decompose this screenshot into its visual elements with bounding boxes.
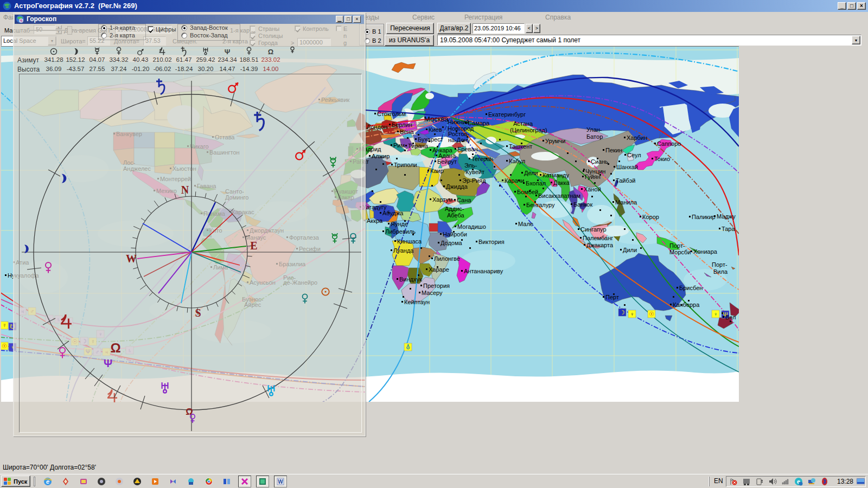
svg-text:Катманду: Катманду [542,172,569,178]
svg-text:Вел: Вел [725,314,736,320]
svg-text:Аккра: Аккра [367,217,383,224]
svg-text:☉: ☉ [2,343,7,349]
svg-text:N: N [181,184,189,196]
svg-text:Претория: Претория [423,282,450,289]
svg-text:Сана: Сана [457,197,471,203]
svg-text:Тайбэй: Тайбэй [616,177,635,184]
svg-text:Пекин: Пекин [605,147,622,153]
svg-text:W: W [278,479,283,485]
svg-text:Сиань: Сиань [591,158,608,165]
svg-text:Хартум: Хартум [432,196,452,203]
svg-text:Тегеран: Тегеран [471,156,493,162]
svg-text:Ереван: Ереван [457,146,478,152]
svg-text:Мале: Мале [518,221,533,227]
svg-text:Берлин: Берлин [392,121,412,128]
svg-text:Астана: Астана [513,120,533,127]
svg-text:Маджу: Маджу [717,213,736,220]
svg-text:Висакхапатнам: Висакхапатнам [538,192,580,199]
svg-text:на-Дону: на-Дону [448,137,471,143]
svg-text:Аддис-: Аддис- [445,206,464,212]
svg-text:Нижний: Нижний [448,119,469,125]
svg-text:Лондон: Лондон [367,124,387,130]
svg-text:Ω: Ω [186,407,193,417]
svg-text:Вена: Вена [400,129,414,135]
svg-text:Бхопал: Бхопал [526,180,546,187]
svg-text:W: W [126,253,137,265]
svg-text:Найроби: Найроби [443,231,467,237]
svg-text:⛢: ⛢ [406,344,410,350]
svg-text:♀: ♀ [630,311,634,317]
svg-text:Кабул: Кабул [509,158,525,164]
svg-text:S: S [195,307,201,319]
svg-text:Каир: Каир [430,168,444,174]
svg-text:Кувейт: Кувейт [465,169,484,175]
svg-text:Бейрут: Бейрут [437,158,457,165]
svg-text:Канберра: Канберра [673,301,700,308]
svg-text:Алжир: Алжир [372,153,390,159]
svg-text:Джакарта: Джакарта [586,242,614,248]
svg-text:Порт-: Порт- [669,242,685,249]
svg-text:Морсби: Морсби [669,249,691,255]
svg-text:Дакка: Дакка [553,179,570,186]
svg-text:Вила: Вила [713,268,728,275]
svg-text:Порт-: Порт- [712,261,727,268]
svg-text:Токио: Токио [654,156,670,162]
svg-text:Дели: Дели [524,170,538,176]
svg-text:Виндхук: Виндхук [399,276,422,282]
svg-text:Москва: Москва [424,115,449,123]
svg-text:Гуйян: Гуйян [585,174,601,180]
svg-text:Либревиль: Либревиль [385,228,416,235]
svg-text:Сеул: Сеул [627,152,641,158]
svg-text:Додома: Додома [441,240,463,246]
svg-text:Саппоро: Саппоро [657,140,681,147]
svg-text:☽: ☽ [620,309,625,316]
svg-text:Бомбей: Бомбей [517,189,538,195]
svg-text:Екатеринбург: Екатеринбург [488,111,526,118]
svg-text:Корор: Корор [642,214,659,220]
svg-text:Могадишо: Могадишо [457,223,486,230]
svg-text:Хониара: Хониара [693,248,718,255]
svg-text:(Целиноград): (Целиноград) [510,127,547,133]
svg-text:Сингапур: Сингапур [580,226,607,233]
svg-text:Дили: Дили [623,247,637,253]
svg-text:Ψ: Ψ [104,357,112,369]
svg-text:Стокгольм: Стокгольм [377,111,406,117]
svg-text:Перт: Перт [605,294,619,300]
svg-text:Манила: Манила [615,199,637,206]
svg-text:Триполи: Триполи [394,162,417,168]
svg-text:Ташкент: Ташкент [509,143,532,150]
svg-text:Тирана: Тирана [408,143,429,149]
svg-text:Шанхай: Шанхай [616,164,638,170]
svg-text:Виктория: Виктория [478,239,505,245]
svg-text:Киншаса: Киншаса [397,238,422,245]
svg-text:Абеба: Абеба [447,212,465,219]
svg-text:♀: ♀ [713,311,718,317]
svg-text:Яунде: Яунде [391,221,408,227]
svg-text:Ψ: Ψ [225,48,231,56]
svg-text:Лилонгве: Лилонгве [434,255,460,262]
svg-text:Хараре: Хараре [429,266,449,273]
svg-text:Рим: Рим [393,142,405,149]
svg-text:Луанда: Луанда [393,247,414,254]
svg-text:Эль-: Эль- [464,162,477,169]
svg-text:Абуджа: Абуджа [382,210,404,216]
svg-text:Бухарест: Бухарест [418,136,443,143]
svg-text:Кейптаун: Кейптаун [404,299,430,305]
svg-text:Ханой: Ханой [584,186,601,192]
svg-text:Палембанг: Палембанг [583,235,613,241]
svg-text:Улан-: Улан- [586,126,602,133]
svg-text:Антананариву: Антананариву [464,268,503,274]
svg-text:Урумчи: Урумчи [545,138,565,144]
svg-text:Бенгалуру: Бенгалуру [526,202,555,208]
svg-text:Ω: Ω [268,48,273,56]
svg-text:Карачи: Карачи [505,177,524,184]
svg-text:☿: ☿ [2,322,7,329]
svg-text:Тара: Тара [722,226,735,232]
svg-text:Джидда: Джидда [446,183,468,190]
svg-text:Паликир: Паликир [692,214,716,220]
svg-text:Киев: Киев [429,126,442,133]
svg-text:E: E [250,240,257,252]
svg-text:☉: ☉ [649,311,654,317]
svg-text:Харбин: Харбин [627,134,647,141]
svg-text:Брисбен: Брисбен [679,285,703,291]
